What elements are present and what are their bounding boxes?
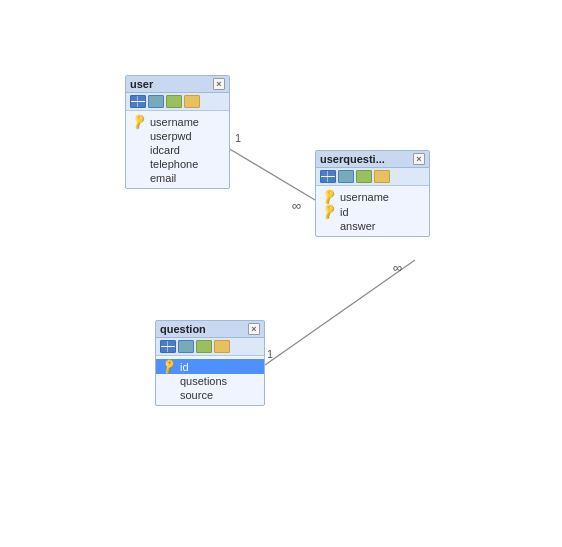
svg-line-3	[265, 260, 415, 365]
uq-field-username[interactable]: 🔑 username	[316, 189, 429, 204]
user-table-header: user ×	[126, 76, 229, 93]
userquestion-table-fields: 🔑 username 🔑 id answer	[316, 186, 429, 236]
uq-username-label: username	[340, 191, 389, 203]
question-field-source[interactable]: source	[156, 388, 264, 402]
user-table: user × 🔑 username userpwd idcard	[125, 75, 230, 189]
question-table-header-icons: ×	[248, 323, 260, 335]
user-idcard-label: idcard	[150, 144, 180, 156]
question-table: question × 🔑 id qusetions source	[155, 320, 265, 406]
userquestion-table: userquesti... × 🔑 username 🔑 id answer	[315, 150, 430, 237]
connectors-svg: 1 ∞ 1 ∞	[0, 0, 562, 547]
user-toolbar-new-icon[interactable]	[166, 95, 182, 108]
q-source-label: source	[180, 389, 213, 401]
key-icon-username: 🔑	[130, 112, 149, 130]
user-table-toolbar	[126, 93, 229, 111]
user-table-header-icons: ×	[213, 78, 225, 90]
userquestion-table-toolbar	[316, 168, 429, 186]
uq-toolbar-new-icon[interactable]	[356, 170, 372, 183]
user-toolbar-grid-icon[interactable]	[148, 95, 164, 108]
user-telephone-label: telephone	[150, 158, 198, 170]
question-table-title: question	[160, 323, 206, 335]
key-icon-uq-id: 🔑	[320, 202, 339, 220]
question-table-header: question ×	[156, 321, 264, 338]
uq-id-label: id	[340, 206, 349, 218]
question-table-close[interactable]: ×	[248, 323, 260, 335]
q-toolbar-new-icon[interactable]	[196, 340, 212, 353]
user-field-idcard[interactable]: idcard	[126, 143, 229, 157]
userquestion-table-title: userquesti...	[320, 153, 385, 165]
key-icon-q-id: 🔑	[160, 357, 179, 375]
q-toolbar-grid-icon[interactable]	[178, 340, 194, 353]
user-table-close[interactable]: ×	[213, 78, 225, 90]
uq-toolbar-table-icon[interactable]	[320, 170, 336, 183]
user-field-telephone[interactable]: telephone	[126, 157, 229, 171]
svg-text:∞: ∞	[393, 260, 402, 275]
user-table-title: user	[130, 78, 153, 90]
user-table-fields: 🔑 username userpwd idcard telephone emai…	[126, 111, 229, 188]
question-field-id[interactable]: 🔑 id	[156, 359, 264, 374]
userquestion-table-close[interactable]: ×	[413, 153, 425, 165]
svg-text:∞: ∞	[292, 198, 301, 213]
userquestion-table-header: userquesti... ×	[316, 151, 429, 168]
uq-toolbar-grid-icon[interactable]	[338, 170, 354, 183]
uq-answer-label: answer	[340, 220, 375, 232]
svg-text:1: 1	[267, 348, 273, 360]
user-email-label: email	[150, 172, 176, 184]
user-userpwd-label: userpwd	[150, 130, 192, 142]
question-field-qusetions[interactable]: qusetions	[156, 374, 264, 388]
user-field-email[interactable]: email	[126, 171, 229, 185]
diagram-canvas: 1 ∞ 1 ∞ user × 🔑	[0, 0, 562, 547]
svg-text:1: 1	[235, 132, 241, 144]
q-qusetions-label: qusetions	[180, 375, 227, 387]
question-table-toolbar	[156, 338, 264, 356]
uq-toolbar-key-icon[interactable]	[374, 170, 390, 183]
q-toolbar-key-icon[interactable]	[214, 340, 230, 353]
user-toolbar-key-icon[interactable]	[184, 95, 200, 108]
user-field-userpwd[interactable]: userpwd	[126, 129, 229, 143]
uq-field-id[interactable]: 🔑 id	[316, 204, 429, 219]
uq-field-answer[interactable]: answer	[316, 219, 429, 233]
q-id-label: id	[180, 361, 189, 373]
svg-line-0	[228, 148, 315, 200]
userquestion-table-header-icons: ×	[413, 153, 425, 165]
user-username-label: username	[150, 116, 199, 128]
question-table-fields: 🔑 id qusetions source	[156, 356, 264, 405]
user-field-username[interactable]: 🔑 username	[126, 114, 229, 129]
q-toolbar-table-icon[interactable]	[160, 340, 176, 353]
user-toolbar-table-icon[interactable]	[130, 95, 146, 108]
